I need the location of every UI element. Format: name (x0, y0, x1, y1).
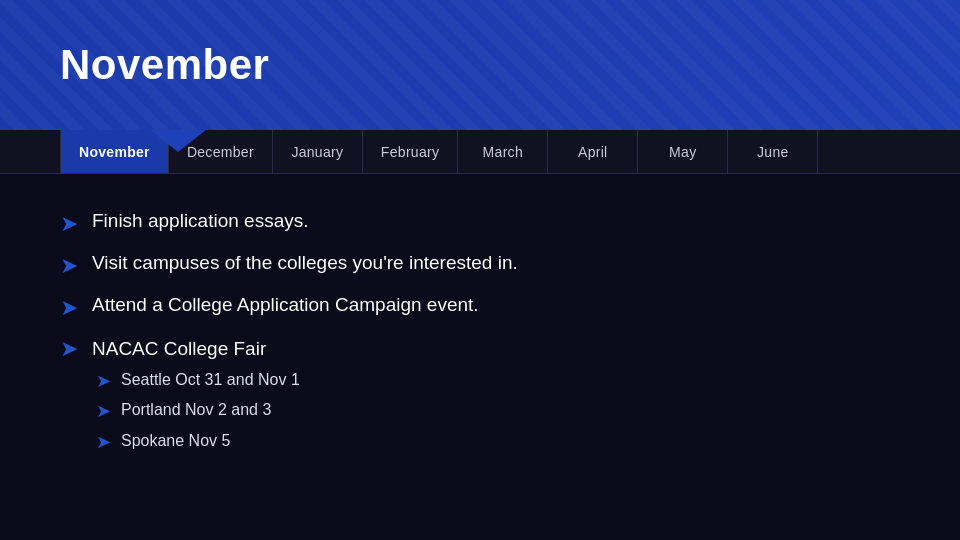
nav-item-april[interactable]: April (548, 130, 638, 173)
sub-bullet-icon: ➤ (96, 430, 111, 455)
task-text: NACAC College Fair (92, 336, 266, 363)
list-item: ➤ Finish application essays. (60, 208, 900, 240)
task-text: Finish application essays. (92, 208, 309, 235)
nav-item-may[interactable]: May (638, 130, 728, 173)
nav-item-february[interactable]: February (363, 130, 458, 173)
nav-item-june[interactable]: June (728, 130, 818, 173)
month-navigation: November December January February March… (0, 130, 960, 174)
sub-task-text: Seattle Oct 31 and Nov 1 (121, 369, 300, 391)
list-item: ➤ Spokane Nov 5 (96, 430, 300, 455)
list-item: ➤ Visit campuses of the colleges you're … (60, 250, 900, 282)
task-text: Visit campuses of the colleges you're in… (92, 250, 518, 277)
task-text: Attend a College Application Campaign ev… (92, 292, 479, 319)
list-item-nacac: ➤ NACAC College Fair ➤ Seattle Oct 31 an… (60, 333, 900, 459)
list-item: ➤ Portland Nov 2 and 3 (96, 399, 300, 424)
nav-item-march[interactable]: March (458, 130, 548, 173)
page-title: November (60, 41, 269, 89)
tasks-list: ➤ Finish application essays. ➤ Visit cam… (60, 208, 900, 460)
sub-task-text: Portland Nov 2 and 3 (121, 399, 271, 421)
list-item: ➤ Attend a College Application Campaign … (60, 292, 900, 324)
bullet-icon: ➤ (60, 209, 78, 240)
sub-task-text: Spokane Nov 5 (121, 430, 230, 452)
list-item: ➤ Seattle Oct 31 and Nov 1 (96, 369, 300, 394)
page-header: November (0, 0, 960, 130)
sub-bullet-icon: ➤ (96, 399, 111, 424)
bullet-icon: ➤ (60, 251, 78, 282)
main-content: ➤ Finish application essays. ➤ Visit cam… (0, 174, 960, 490)
sub-tasks-list: ➤ Seattle Oct 31 and Nov 1 ➤ Portland No… (96, 369, 300, 455)
sub-bullet-icon: ➤ (96, 369, 111, 394)
bullet-icon: ➤ (60, 334, 78, 365)
bullet-icon: ➤ (60, 293, 78, 324)
nav-item-january[interactable]: January (273, 130, 363, 173)
